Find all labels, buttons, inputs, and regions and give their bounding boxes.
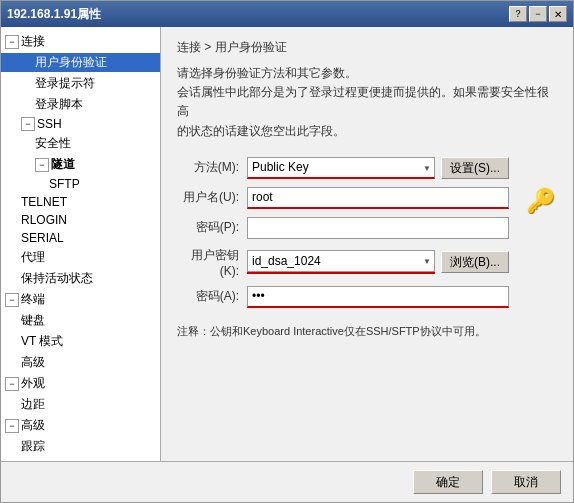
- sidebar-item-label: 边距: [21, 396, 45, 413]
- sidebar-item-label: 跟踪: [21, 438, 45, 455]
- sidebar-item-label: TELNET: [21, 195, 67, 209]
- password-control-wrapper: [247, 217, 509, 239]
- tree-item-jianpan[interactable]: 键盘: [1, 310, 160, 331]
- sidebar-item-label: 保持活动状态: [21, 270, 93, 287]
- tree-item-waiguan[interactable]: － 外观: [1, 373, 160, 394]
- username-control-wrapper: [247, 187, 509, 209]
- sidebar-item-label: 安全性: [35, 135, 71, 152]
- right-panel: 连接 > 用户身份验证 请选择身份验证方法和其它参数。 会话属性中此部分是为了登…: [161, 27, 573, 461]
- cancel-button[interactable]: 取消: [491, 470, 561, 494]
- tree-item-vtmode[interactable]: VT 模式: [1, 331, 160, 352]
- tree-item-denglu-tishi[interactable]: 登录提示符: [1, 73, 160, 94]
- sidebar-item-label-selected: 用户身份验证: [35, 54, 107, 71]
- userkey-control-wrapper: id_dsa_1024 id_rsa_2048 浏览(B)...: [247, 250, 509, 274]
- minimize-button[interactable]: －: [529, 6, 547, 22]
- sidebar-item-label: 隧道: [51, 156, 75, 173]
- tree-item-suidao[interactable]: － 隧道: [1, 154, 160, 175]
- tree-item-daili[interactable]: 代理: [1, 247, 160, 268]
- sidebar-item-label: 高级: [21, 417, 45, 434]
- expander-zhongduan[interactable]: －: [5, 293, 19, 307]
- expander-lian-jie[interactable]: －: [5, 35, 19, 49]
- expander-gaoji[interactable]: －: [5, 419, 19, 433]
- sidebar-item-label: 连接: [21, 33, 45, 50]
- tree-item-anquanxing[interactable]: 安全性: [1, 133, 160, 154]
- sidebar-item-label: 外观: [21, 375, 45, 392]
- tree-item-bianju[interactable]: 边距: [1, 394, 160, 415]
- breadcrumb: 连接 > 用户身份验证: [177, 39, 557, 56]
- close-button[interactable]: ✕: [549, 6, 567, 22]
- userkey-label: 用户密钥(K):: [177, 247, 247, 278]
- main-content: － 连接 用户身份验证 登录提示符 登录脚本: [1, 27, 573, 461]
- sidebar-item-label: 登录提示符: [35, 75, 95, 92]
- password-input[interactable]: [247, 217, 509, 239]
- expander-suidao[interactable]: －: [35, 158, 49, 172]
- username-input[interactable]: [247, 187, 509, 209]
- tree-item-serial[interactable]: SERIAL: [1, 229, 160, 247]
- sidebar-item-label: SERIAL: [21, 231, 64, 245]
- title-bar-buttons: ？ － ✕: [509, 6, 567, 22]
- password-label: 密码(P):: [177, 219, 247, 236]
- userkey-row: 用户密钥(K): id_dsa_1024 id_rsa_2048 浏览(B)..…: [177, 247, 509, 278]
- desc-line3: 的状态的话建议您空出此字段。: [177, 122, 557, 141]
- window-title: 192.168.1.91属性: [7, 6, 101, 23]
- tree-item-gaoji-terminal[interactable]: 高级: [1, 352, 160, 373]
- desc-line1: 请选择身份验证方法和其它参数。: [177, 64, 557, 83]
- tree-item-telnet[interactable]: TELNET: [1, 193, 160, 211]
- sidebar-item-label: 键盘: [21, 312, 45, 329]
- key-icon: 🔑: [526, 187, 556, 215]
- passphrase-row: 密码(A):: [177, 286, 509, 308]
- passphrase-label: 密码(A):: [177, 288, 247, 305]
- sidebar-item-label: 终端: [21, 291, 45, 308]
- tree-item-rlogin[interactable]: RLOGIN: [1, 211, 160, 229]
- method-select-wrapper: Public Key Password Keyboard Interactive…: [247, 157, 435, 179]
- method-row: 方法(M): Public Key Password Keyboard Inte…: [177, 157, 509, 179]
- expander-ssh[interactable]: －: [21, 117, 35, 131]
- sidebar: － 连接 用户身份验证 登录提示符 登录脚本: [1, 27, 161, 461]
- browse-button[interactable]: 浏览(B)...: [441, 251, 509, 273]
- help-button[interactable]: ？: [509, 6, 527, 22]
- method-control-wrapper: Public Key Password Keyboard Interactive…: [247, 157, 509, 179]
- username-label: 用户名(U):: [177, 189, 247, 206]
- passphrase-input[interactable]: [247, 286, 509, 308]
- note-text: 注释：公钥和Keyboard Interactive仅在SSH/SFTP协议中可…: [177, 324, 557, 339]
- description: 请选择身份验证方法和其它参数。 会话属性中此部分是为了登录过程更便捷而提供的。如…: [177, 64, 557, 141]
- tree-item-baochi[interactable]: 保持活动状态: [1, 268, 160, 289]
- main-window: 192.168.1.91属性 ？ － ✕ － 连接 用户身份验证: [0, 0, 574, 503]
- sidebar-item-label: 高级: [21, 354, 45, 371]
- sidebar-item-label: SFTP: [49, 177, 80, 191]
- passphrase-control-wrapper: [247, 286, 509, 308]
- password-row: 密码(P):: [177, 217, 509, 239]
- desc-line2: 会话属性中此部分是为了登录过程更便捷而提供的。如果需要安全性很高: [177, 83, 557, 121]
- tree-item-denglu-jiaob[interactable]: 登录脚本: [1, 94, 160, 115]
- userkey-select-wrapper: id_dsa_1024 id_rsa_2048: [247, 250, 435, 274]
- settings-button[interactable]: 设置(S)...: [441, 157, 509, 179]
- username-row: 用户名(U):: [177, 187, 509, 209]
- userkey-select[interactable]: id_dsa_1024 id_rsa_2048: [247, 250, 435, 272]
- tree-item-gaoji-outer[interactable]: － 高级: [1, 415, 160, 436]
- tree-item-sftp[interactable]: SFTP: [1, 175, 160, 193]
- sidebar-item-label: 登录脚本: [35, 96, 83, 113]
- ok-button[interactable]: 确定: [413, 470, 483, 494]
- tree-item-genzong[interactable]: 跟踪: [1, 436, 160, 457]
- sidebar-item-label: VT 模式: [21, 333, 63, 350]
- expander-waiguan[interactable]: －: [5, 377, 19, 391]
- title-bar: 192.168.1.91属性 ？ － ✕: [1, 1, 573, 27]
- tree-item-zhongduan[interactable]: － 终端: [1, 289, 160, 310]
- method-label: 方法(M):: [177, 159, 247, 176]
- sidebar-item-label: 代理: [21, 249, 45, 266]
- tree-item-yong-hu[interactable]: 用户身份验证: [1, 52, 160, 73]
- method-select[interactable]: Public Key Password Keyboard Interactive…: [247, 157, 435, 179]
- tree-item-lian-jie[interactable]: － 连接: [1, 31, 160, 52]
- tree-item-ssh[interactable]: － SSH: [1, 115, 160, 133]
- sidebar-item-label: SSH: [37, 117, 62, 131]
- bottom-bar: 确定 取消: [1, 461, 573, 502]
- sidebar-item-label: RLOGIN: [21, 213, 67, 227]
